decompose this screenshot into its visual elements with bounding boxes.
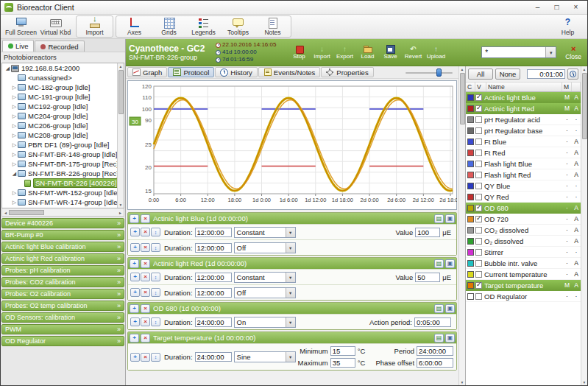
column-color[interactable]: C — [466, 83, 475, 91]
add-step-button[interactable]: + — [130, 259, 139, 268]
series-visible-checkbox[interactable] — [475, 260, 482, 267]
help-button[interactable]: Help — [550, 15, 585, 38]
series-visible-checkbox[interactable] — [475, 150, 482, 156]
series-visible-checkbox[interactable] — [475, 249, 482, 256]
series-row-od-680[interactable]: OD 680·A — [466, 203, 581, 214]
scroll-up-icon[interactable]: ▴ — [120, 64, 122, 69]
series-visible-checkbox[interactable] — [475, 216, 482, 222]
show-chart-button[interactable]: ▤ — [434, 304, 444, 313]
add-row-button[interactable]: + — [130, 243, 140, 252]
slider-handle[interactable] — [436, 69, 442, 77]
scroll-right-icon[interactable]: ▸ — [117, 210, 124, 215]
mode-select[interactable]: Sine▾ — [234, 351, 296, 362]
phase-offset-input[interactable] — [417, 358, 453, 368]
tree-item[interactable]: <unassigned> — [2, 73, 117, 83]
series-visible-checkbox[interactable] — [475, 94, 482, 101]
scroll-thumb[interactable] — [582, 73, 587, 139]
add-row-button[interactable]: + — [130, 273, 140, 281]
tree-item[interactable]: ▷MC204-group [Idle] — [2, 111, 117, 121]
series-row-ph-regulator-base[interactable]: pH Regulator base·· — [466, 125, 581, 136]
scroll-up-icon[interactable]: ▴ — [461, 67, 464, 71]
tab-history[interactable]: History — [215, 67, 258, 77]
series-visible-checkbox[interactable] — [475, 172, 482, 178]
tab-events-notes[interactable]: Events/Notes — [258, 67, 321, 77]
tab-live[interactable]: Live — [2, 40, 34, 52]
protocol-panel-header[interactable]: +×OD 680 (1d 00:00:00)▤▣ — [128, 303, 456, 314]
interval-clock-button[interactable] — [567, 69, 578, 80]
series-visible-checkbox[interactable] — [475, 161, 482, 167]
series-row-current-temperature[interactable]: Current temperature·A — [466, 269, 581, 280]
series-visible-checkbox[interactable] — [475, 116, 482, 123]
delete-panel-button[interactable]: × — [141, 304, 150, 313]
show-chart-button[interactable]: ▤ — [434, 334, 444, 343]
close-device-button[interactable]: × Close — [565, 45, 581, 60]
duration-input[interactable] — [195, 317, 232, 327]
toolbar-button-legends[interactable]: Legends — [186, 16, 221, 37]
toolbar-button-import[interactable]: Import — [77, 16, 112, 37]
add-row-button[interactable]: + — [130, 288, 140, 297]
maximize-button[interactable]: □ — [548, 2, 566, 13]
tree-item[interactable]: ▷MC208-group [Idle] — [2, 130, 117, 140]
series-row-target-temperature[interactable]: Target temperatureMA — [466, 280, 581, 291]
collapsed-arrow-icon[interactable]: ▷ — [11, 161, 18, 167]
series-row-ft-blue[interactable]: Ft Blue·A — [466, 136, 581, 147]
revert-button[interactable]: Revert — [402, 45, 425, 60]
mode-select[interactable]: Off▾ — [234, 242, 296, 253]
main-vertical-scrollbar[interactable]: ▴ ▾ — [458, 66, 465, 385]
delete-row-button[interactable]: × — [141, 228, 150, 236]
show-chart-button[interactable]: ▤ — [434, 214, 444, 223]
series-visible-checkbox[interactable] — [475, 183, 482, 189]
delete-panel-button[interactable]: × — [141, 334, 150, 343]
series-visible-checkbox[interactable] — [475, 271, 482, 278]
tree-item[interactable]: ▷SN-FMT-BR-175-group [Rec] — [2, 159, 117, 169]
zoom-slider[interactable] — [405, 69, 453, 77]
preset-select[interactable]: * ▾ — [481, 46, 556, 58]
collapsed-panel-od-sensors-calibration[interactable]: OD Sensors: calibration» — [1, 312, 124, 323]
load-button[interactable]: Load — [356, 45, 379, 60]
series-row-qy-blue[interactable]: QY Blue·· — [466, 180, 581, 192]
expanded-arrow-icon[interactable]: ◢ — [4, 66, 11, 71]
tree-horizontal-scrollbar[interactable]: ◂ ▸ — [1, 208, 124, 217]
scroll-left-icon[interactable]: ◂ — [2, 210, 9, 215]
tree-root[interactable]: ◢192.168.8.54:2000 — [2, 63, 117, 73]
interval-input[interactable] — [527, 69, 565, 79]
snapshot-button[interactable]: ▣ — [445, 334, 455, 343]
delete-panel-button[interactable]: × — [141, 259, 150, 268]
mode-select[interactable]: On▾ — [234, 317, 296, 328]
toolbar-button-axes[interactable]: Axes — [117, 16, 152, 37]
tree-item[interactable]: ▷PBR DF1 (89)-group [Idle] — [2, 140, 117, 150]
dropdown-arrow-icon[interactable]: ▾ — [545, 47, 556, 57]
maximum-input[interactable] — [330, 358, 355, 368]
toolbar-button-fullscreen[interactable]: Full Screen — [4, 15, 38, 38]
tab-graph[interactable]: Graph — [127, 67, 167, 77]
collapsed-arrow-icon[interactable]: ▷ — [11, 123, 18, 129]
reorder-button[interactable]: ↕ — [151, 288, 160, 297]
collapsed-arrow-icon[interactable]: ▷ — [11, 200, 18, 206]
collapsed-panel-probes-o2-calibration[interactable]: Probes: O2 calibration» — [1, 289, 124, 299]
scroll-down-icon[interactable]: ▾ — [584, 380, 586, 385]
add-step-button[interactable]: + — [130, 334, 139, 343]
snapshot-button[interactable]: ▣ — [445, 259, 455, 268]
tree-item[interactable]: ◢SN-FMT-BR-226-group [Rec] — [2, 169, 117, 178]
stop-button[interactable]: Stop — [288, 45, 311, 60]
reorder-button[interactable]: ↕ — [151, 228, 160, 236]
mode-select[interactable]: Off▾ — [234, 287, 296, 298]
collapsed-arrow-icon[interactable]: ▷ — [11, 152, 18, 158]
series-row-flash-light-blue[interactable]: Flash light Blue·A — [466, 158, 581, 169]
collapsed-panel-probes-ph-calibration[interactable]: Probes: pH calibration» — [1, 265, 124, 276]
add-step-button[interactable]: + — [130, 304, 139, 313]
save-button[interactable]: Save — [379, 45, 402, 60]
series-visible-checkbox[interactable] — [475, 293, 482, 300]
value-input[interactable] — [415, 273, 440, 282]
collapsed-arrow-icon[interactable]: ▷ — [11, 142, 18, 148]
series-row-bubble-intr-valve[interactable]: Bubble intr. valve·A — [466, 258, 581, 269]
series-vertical-scrollbar[interactable]: ▴ ▾ — [581, 66, 587, 385]
period-input[interactable] — [417, 346, 453, 356]
delete-row-button[interactable]: × — [141, 353, 150, 362]
reorder-button[interactable]: ↕ — [151, 273, 160, 281]
collapsed-panel-pwm[interactable]: PWM» — [1, 324, 124, 334]
collapsed-arrow-icon[interactable]: ▷ — [11, 94, 18, 100]
add-step-button[interactable]: + — [130, 214, 139, 223]
toolbar-button-keyboard[interactable]: Virtual Kbd — [38, 15, 73, 38]
toolbar-button-grids[interactable]: Grids — [152, 16, 186, 37]
